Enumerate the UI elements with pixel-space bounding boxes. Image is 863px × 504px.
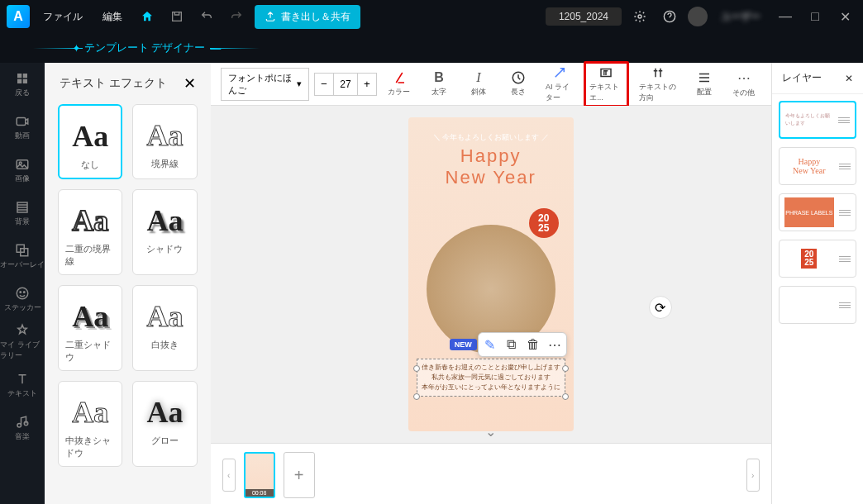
effect-double-shadow[interactable]: Aa二重シャドウ (58, 285, 122, 371)
menu-file[interactable]: ファイル (36, 7, 89, 27)
window-maximize-icon[interactable]: □ (803, 5, 827, 28)
drag-handle-icon[interactable] (839, 210, 851, 216)
app-logo[interactable]: A (7, 5, 30, 28)
layers-panel: レイヤー ✕ 今年もよろしくお願いします HappyNew Year PHRAS… (771, 63, 863, 504)
layers-title: レイヤー (782, 71, 822, 85)
svg-rect-5 (17, 78, 21, 83)
effect-outline[interactable]: Aa境界線 (132, 104, 197, 179)
color-button[interactable]: カラー (382, 69, 417, 99)
svg-rect-4 (23, 74, 27, 78)
card-title[interactable]: Happy New Year (408, 145, 574, 188)
add-page-button[interactable]: + (284, 452, 315, 498)
timeline: ‹ 00:08 + › 0:04 / 0:08 − + 39% (211, 443, 771, 504)
drag-handle-icon[interactable] (838, 117, 850, 123)
font-size-increase[interactable]: + (358, 74, 376, 95)
nav-text[interactable]: テキスト (0, 364, 45, 407)
text-toolbar: フォントポにほんご▾ − + カラー B太字 I斜体 長さ AI ライター テキ… (211, 63, 771, 106)
collapse-icon[interactable]: ⌄ (485, 424, 496, 440)
nav-image[interactable]: 画像 (0, 149, 45, 192)
drag-handle-icon[interactable] (839, 256, 851, 262)
layer-item-greeting[interactable]: 今年もよろしくお願いします (779, 101, 856, 139)
layer-item-title[interactable]: HappyNew Year (779, 147, 856, 185)
effect-shadow[interactable]: Aaシャドウ (132, 189, 197, 275)
font-size-input[interactable] (333, 74, 358, 95)
left-nav: 戻る 動画 画像 背景 オーバーレイ ステッカー マイ ライブラリー テキスト … (0, 63, 45, 504)
nav-music[interactable]: 音楽 (0, 407, 45, 449)
drag-handle-icon[interactable] (839, 302, 851, 308)
svg-rect-7 (17, 117, 26, 125)
undo-icon[interactable] (195, 5, 218, 28)
new-badge: NEW (450, 339, 477, 350)
effect-glow[interactable]: Aaグロー (132, 381, 197, 467)
redo-icon[interactable] (225, 5, 248, 28)
prev-page-icon[interactable]: ‹ (222, 459, 236, 492)
project-name[interactable]: 1205_2024 (546, 7, 622, 26)
window-close-icon[interactable]: ✕ (833, 5, 856, 28)
card-top-banner[interactable]: ＼ 今年もよろしくお願いします ／ (408, 132, 574, 143)
nav-background[interactable]: 背景 (0, 192, 45, 235)
font-select[interactable]: フォントポにほんご▾ (221, 68, 309, 101)
drag-handle-icon[interactable] (839, 164, 851, 169)
font-size-decrease[interactable]: − (315, 74, 333, 95)
page-thumbnail-1[interactable]: 00:08 (244, 452, 275, 498)
trash-icon[interactable]: 🗑 (525, 336, 541, 353)
floating-toolbar: ✎ ⧉ 🗑 ⋯ (478, 332, 567, 357)
svg-point-13 (17, 288, 28, 299)
layer-item-year[interactable]: 2025 (779, 240, 856, 278)
menu-edit[interactable]: 編集 (96, 7, 129, 27)
home-icon[interactable] (136, 5, 159, 28)
chevron-down-icon: ▾ (297, 78, 302, 89)
layer-item-blank[interactable] (779, 286, 856, 324)
settings-icon[interactable] (628, 5, 651, 28)
svg-rect-0 (173, 12, 182, 21)
svg-point-15 (24, 291, 26, 292)
more-icon[interactable]: ⋯ (546, 336, 563, 353)
ai-writer-button[interactable]: AI ライター (541, 64, 579, 105)
length-button[interactable]: 長さ (501, 69, 536, 99)
designer-mode-label: ✦テンプレート デザイナー— (0, 33, 293, 63)
greeting-text[interactable]: 佳き新春をお迎えのこととお慶び申し上げます 私共も家族一同元気に過ごしております… (417, 359, 565, 397)
save-icon[interactable] (165, 5, 188, 28)
text-effect-button[interactable]: テキスト エ... (584, 61, 628, 107)
layer-item-phrase[interactable]: PHRASE LABELS (779, 193, 856, 231)
close-icon[interactable]: ✕ (184, 74, 196, 93)
svg-rect-3 (17, 74, 21, 78)
svg-rect-6 (23, 78, 27, 83)
effect-cutout-shadow[interactable]: Aa中抜きシャドウ (58, 381, 122, 467)
nav-back[interactable]: 戻る (0, 63, 45, 106)
year-badge[interactable]: 2025 (529, 208, 559, 238)
text-effects-panel: テキスト エフェクト ✕ Aaなし Aa境界線 Aa二重の境界線 Aaシャドウ … (45, 63, 211, 504)
export-button[interactable]: 書き出し＆共有 (255, 5, 360, 29)
text-direction-button[interactable]: テキストの方向 (634, 64, 682, 105)
canvas-card[interactable]: ＼ 今年もよろしくお願いします ／ Happy New Year 2025 NE… (408, 117, 574, 431)
eyedropper-icon[interactable]: ✎ (482, 336, 498, 353)
duplicate-icon[interactable]: ⧉ (503, 336, 520, 353)
more-button[interactable]: ⋯その他 (727, 69, 761, 100)
effect-cutout[interactable]: Aa白抜き (132, 285, 197, 371)
user-name[interactable]: ユーザー (714, 7, 767, 27)
effect-none[interactable]: Aaなし (58, 104, 122, 179)
help-icon[interactable] (658, 5, 681, 28)
nav-video[interactable]: 動画 (0, 106, 45, 149)
next-page-icon[interactable]: › (746, 459, 760, 492)
nav-library[interactable]: マイ ライブラリー (0, 321, 45, 364)
refresh-icon[interactable]: ⟳ (649, 296, 672, 319)
canvas-area[interactable]: ＼ 今年もよろしくお願いします ／ Happy New Year 2025 NE… (211, 106, 771, 443)
bold-button[interactable]: B太字 (422, 69, 456, 99)
svg-point-1 (638, 15, 641, 18)
italic-button[interactable]: I斜体 (461, 69, 496, 99)
nav-sticker[interactable]: ステッカー (0, 278, 45, 321)
svg-point-14 (20, 291, 21, 292)
effects-panel-title: テキスト エフェクト (60, 76, 167, 91)
align-button[interactable]: 配置 (687, 69, 722, 99)
nav-overlay[interactable]: オーバーレイ (0, 235, 45, 278)
close-icon[interactable]: ✕ (845, 73, 853, 84)
upload-icon (265, 11, 276, 22)
user-avatar[interactable] (688, 7, 708, 26)
window-minimize-icon[interactable]: — (774, 5, 797, 28)
effect-double-outline[interactable]: Aa二重の境界線 (58, 189, 122, 275)
